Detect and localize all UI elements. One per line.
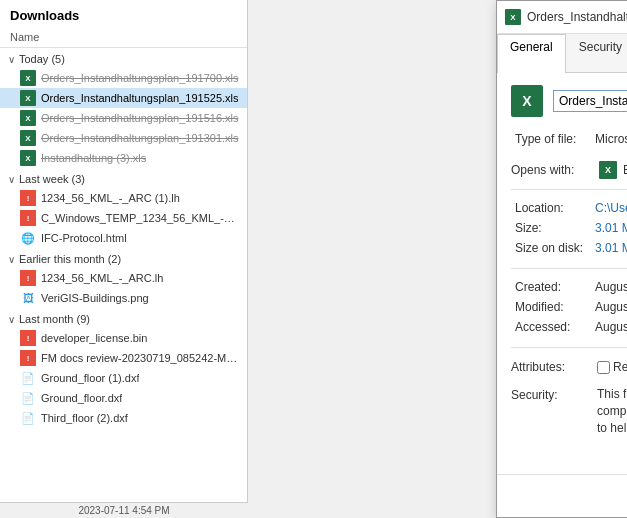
security-label: Security: [511,386,591,402]
divider-1 [511,189,627,190]
file-icon: 📄 [20,410,36,426]
list-item[interactable]: X Orders_Instandhaltungsplan_191525.xls [0,88,247,108]
dialog-title-excel-icon: X [505,9,521,25]
html-icon: 🌐 [20,230,36,246]
tab-general[interactable]: General [497,34,566,73]
modified-label: Modified: [511,297,591,317]
file-icon: 📄 [20,390,36,406]
dialog-footer: OK Cancel Apply [497,474,627,517]
size-disk-label: Size on disk: [511,238,591,258]
opens-with-app: Excel [623,163,627,177]
list-item[interactable]: ! FM docs review-20230719_085242-Meeting [0,348,247,368]
list-item[interactable]: 📄 Ground_floor (1).dxf [0,368,247,388]
group-last-week-label: Last week (3) [19,173,85,185]
attributes-row: Attributes: Read-only Hidden Advanced... [511,356,627,378]
chevron-icon: ∨ [8,314,15,325]
list-item[interactable]: ! 1234_56_KML_-_ARC.lh [0,268,247,288]
file-name: 1234_56_KML_-_ARC (1).lh [41,192,180,204]
file-name: Ground_floor.dxf [41,392,122,404]
file-name: Instandhaltung (3).xls [41,152,146,164]
chevron-icon: ∨ [8,174,15,185]
opens-with-value: X Excel [599,161,627,179]
created-value: August 22, 2023, 10:15:29 AM [591,277,627,297]
type-value: Microsoft Excel 97-2003 Worksheet (.xls) [591,129,627,149]
dialog-content: X Type of file: Microsoft Excel 97-2003 … [497,73,627,474]
security-text: This file came from another computer and… [597,386,627,436]
accessed-row: Accessed: August 22, 2023, 10:15:34 AM [511,317,627,337]
size-disk-value: 3.01 MB (3,166,208 bytes) [591,238,627,258]
list-item[interactable]: 📄 Third_floor (2).dxf [0,408,247,428]
modified-row: Modified: August 22, 2023, 10:15:34 AM [511,297,627,317]
file-name: VeriGIS-Buildings.png [41,292,149,304]
list-item[interactable]: 🌐 IFC-Protocol.html [0,228,247,248]
list-item[interactable]: ! developer_license.bin [0,328,247,348]
excel-icon: X [20,130,36,146]
list-item[interactable]: X Orders_Instandhaltungsplan_191516.xls [0,108,247,128]
dialog-title-left: X Orders_Instandhaltungsplan_1915... [505,9,627,25]
file-name: Orders_Instandhaltungsplan_191301.xls [41,132,239,144]
file-icon: ! [20,350,36,366]
modified-value: August 22, 2023, 10:15:34 AM [591,297,627,317]
big-excel-icon: X [511,85,543,117]
group-last-month-label: Last month (9) [19,313,90,325]
type-row: Type of file: Microsoft Excel 97-2003 Wo… [511,129,627,149]
created-row: Created: August 22, 2023, 10:15:29 AM [511,277,627,297]
dialog-titlebar: X Orders_Instandhaltungsplan_1915... ✕ [497,1,627,34]
file-icon: ! [20,330,36,346]
file-name: 1234_56_KML_-_ARC.lh [41,272,163,284]
file-icon: ! [20,270,36,286]
readonly-checkbox[interactable] [597,361,610,374]
group-last-month[interactable]: ∨ Last month (9) [0,308,247,328]
size-row: Size: 3.01 MB (3,161,600 bytes) [511,218,627,238]
type-label: Type of file: [511,129,591,149]
list-item[interactable]: 🖼 VeriGIS-Buildings.png [0,288,247,308]
created-label: Created: [511,277,591,297]
accessed-label: Accessed: [511,317,591,337]
dates-table: Created: August 22, 2023, 10:15:29 AM Mo… [511,277,627,337]
excel-icon: X [20,90,36,106]
list-item[interactable]: X Orders_Instandhaltungsplan_191700.xls [0,68,247,88]
file-details-table: Location: C:\Users\vgrant\Downloads Size… [511,198,627,258]
file-name: IFC-Protocol.html [41,232,127,244]
opens-with-row: Opens with: X Excel Change... [511,159,627,181]
attributes-label: Attributes: [511,360,591,374]
properties-table: Type of file: Microsoft Excel 97-2003 Wo… [511,129,627,149]
excel-icon: X [20,150,36,166]
group-today[interactable]: ∨ Today (5) [0,48,247,68]
chevron-icon: ∨ [8,254,15,265]
readonly-checkbox-label[interactable]: Read-only [597,360,627,374]
file-name: C_Windows_TEMP_1234_56_KML_-_ARC [41,212,239,224]
group-last-week[interactable]: ∨ Last week (3) [0,168,247,188]
list-item[interactable]: X Instandhaltung (3).xls [0,148,247,168]
filename-input[interactable] [553,90,627,112]
taskbar: 2023-07-11 4:54 PM [0,502,248,518]
filename-row: X [511,85,627,117]
group-earlier-label: Earlier this month (2) [19,253,121,265]
divider-3 [511,347,627,348]
group-earlier-month[interactable]: ∨ Earlier this month (2) [0,248,247,268]
file-name: Orders_Instandhaltungsplan_191516.xls [41,112,239,124]
location-label: Location: [511,198,591,218]
excel-icon: X [20,70,36,86]
col-header-name: Name [0,29,247,48]
group-today-label: Today (5) [19,53,65,65]
file-name: Ground_floor (1).dxf [41,372,139,384]
tab-security[interactable]: Security [566,34,627,73]
file-icon: 📄 [20,370,36,386]
location-value: C:\Users\vgrant\Downloads [591,198,627,218]
chevron-icon: ∨ [8,54,15,65]
list-item[interactable]: 📄 Ground_floor.dxf [0,388,247,408]
dialog-title-text: Orders_Instandhaltungsplan_1915... [527,10,627,24]
size-value: 3.01 MB (3,161,600 bytes) [591,218,627,238]
list-item[interactable]: ! 1234_56_KML_-_ARC (1).lh [0,188,247,208]
list-item[interactable]: X Orders_Instandhaltungsplan_191301.xls [0,128,247,148]
security-row: Security: This file came from another co… [511,386,627,436]
file-name: Orders_Instandhaltungsplan_191700.xls [41,72,239,84]
image-icon: 🖼 [20,290,36,306]
accessed-value: August 22, 2023, 10:15:34 AM [591,317,627,337]
divider-2 [511,268,627,269]
file-name: FM docs review-20230719_085242-Meeting [41,352,239,364]
downloads-title: Downloads [0,0,247,29]
file-name: Orders_Instandhaltungsplan_191525.xls [41,92,239,104]
list-item[interactable]: ! C_Windows_TEMP_1234_56_KML_-_ARC [0,208,247,228]
